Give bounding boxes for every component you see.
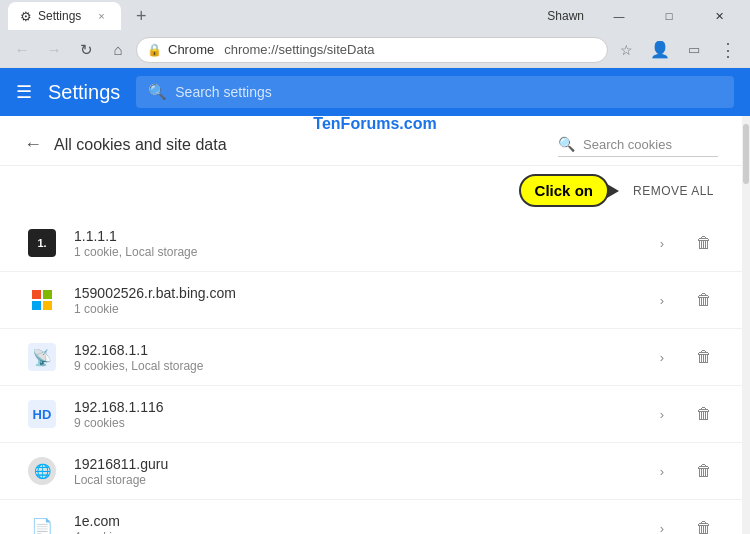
reload-button[interactable]: ↻ xyxy=(72,36,100,64)
cookie-expand-button[interactable]: › xyxy=(648,514,676,534)
page-title: All cookies and site data xyxy=(54,136,227,154)
cookie-expand-button[interactable]: › xyxy=(648,457,676,485)
more-button[interactable]: ⋮ xyxy=(714,36,742,64)
cookie-domain: 159002526.r.bat.bing.com xyxy=(74,285,634,301)
cookie-delete-button[interactable]: 🗑 xyxy=(690,457,718,485)
forward-button[interactable]: → xyxy=(40,36,68,64)
address-site-label: Chrome xyxy=(168,42,214,57)
titlebar-left: ⚙ Settings × + xyxy=(8,2,155,30)
cookie-item: 🌐 19216811.guru Local storage › 🗑 xyxy=(0,443,742,500)
scrollbar-thumb[interactable] xyxy=(743,124,749,184)
router-icon: 📡 xyxy=(32,348,52,367)
cookie-meta: 4 cookies xyxy=(74,530,634,535)
addressbar: ← → ↻ ⌂ 🔒 Chrome chrome://settings/siteD… xyxy=(0,32,750,68)
address-url: chrome://settings/siteData xyxy=(224,42,374,57)
cookie-domain: 192.168.1.1 xyxy=(74,342,634,358)
cookie-delete-button[interactable]: 🗑 xyxy=(690,514,718,534)
cookie-item: 📄 1e.com 4 cookies › 🗑 xyxy=(0,500,742,534)
cookie-favicon: 1. xyxy=(24,225,60,261)
cookie-item: 159002526.r.bat.bing.com 1 cookie › 🗑 xyxy=(0,272,742,329)
cookie-domain: 1.1.1.1 xyxy=(74,228,634,244)
page-back-button[interactable]: ← xyxy=(24,134,42,155)
address-actions: ☆ 👤 ▭ ⋮ xyxy=(612,36,742,64)
click-on-callout: Click on xyxy=(519,174,609,207)
hd-icon: HD xyxy=(33,407,52,422)
click-on-label: Click on xyxy=(535,182,593,199)
search-cookies-icon: 🔍 xyxy=(558,136,575,152)
cookie-info: 19216811.guru Local storage xyxy=(74,456,634,487)
cookie-meta: 1 cookie xyxy=(74,302,634,316)
cookie-domain: 192.168.1.116 xyxy=(74,399,634,415)
content-area: ← All cookies and site data 🔍 Search coo… xyxy=(0,116,750,534)
cookie-delete-button[interactable]: 🗑 xyxy=(690,286,718,314)
cookie-meta: 9 cookies xyxy=(74,416,634,430)
address-box[interactable]: 🔒 Chrome chrome://settings/siteData xyxy=(136,37,608,63)
cookie-delete-button[interactable]: 🗑 xyxy=(690,229,718,257)
cookie-item: 1. 1.1.1.1 1 cookie, Local storage › 🗑 xyxy=(0,215,742,272)
cookie-domain: 19216811.guru xyxy=(74,456,634,472)
header-search[interactable]: 🔍 Search settings xyxy=(136,76,734,108)
minimize-button[interactable]: — xyxy=(596,0,642,32)
back-button[interactable]: ← xyxy=(8,36,36,64)
globe-icon: 🌐 xyxy=(28,457,56,485)
cookie-expand-button[interactable]: › xyxy=(648,400,676,428)
cookie-meta: Local storage xyxy=(74,473,634,487)
cookie-info: 192.168.1.116 9 cookies xyxy=(74,399,634,430)
cookie-favicon xyxy=(24,282,60,318)
cookie-meta: 9 cookies, Local storage xyxy=(74,359,634,373)
tab-favicon: ⚙ xyxy=(20,9,32,24)
cookie-item: 📡 192.168.1.1 9 cookies, Local storage ›… xyxy=(0,329,742,386)
cookie-info: 192.168.1.1 9 cookies, Local storage xyxy=(74,342,634,373)
search-placeholder: Search settings xyxy=(175,84,272,100)
cookie-favicon: 📡 xyxy=(24,339,60,375)
cookie-expand-button[interactable]: › xyxy=(648,343,676,371)
avatar-button[interactable]: 👤 xyxy=(646,36,674,64)
cookie-meta: 1 cookie, Local storage xyxy=(74,245,634,259)
close-button[interactable]: ✕ xyxy=(696,0,742,32)
cookie-favicon: HD xyxy=(24,396,60,432)
cookie-list: 1. 1.1.1.1 1 cookie, Local storage › 🗑 xyxy=(0,215,742,534)
page-header-left: ← All cookies and site data xyxy=(24,134,227,155)
cookie-expand-button[interactable]: › xyxy=(648,286,676,314)
cookie-domain: 1e.com xyxy=(74,513,634,529)
cast-button[interactable]: ▭ xyxy=(680,36,708,64)
page-header: ← All cookies and site data 🔍 Search coo… xyxy=(0,116,742,166)
cookie-favicon: 🌐 xyxy=(24,453,60,489)
titlebar-right: Shawn — □ ✕ xyxy=(539,0,742,32)
site-security-icon: 🔒 xyxy=(147,43,162,57)
main-panel: ← All cookies and site data 🔍 Search coo… xyxy=(0,116,742,534)
cookie-info: 1.1.1.1 1 cookie, Local storage xyxy=(74,228,634,259)
cookie-delete-button[interactable]: 🗑 xyxy=(690,343,718,371)
header-title: Settings xyxy=(48,81,120,104)
file-icon: 📄 xyxy=(28,514,56,534)
tab-title: Settings xyxy=(38,9,81,23)
new-tab-button[interactable]: + xyxy=(127,2,155,30)
hamburger-icon[interactable]: ☰ xyxy=(16,81,32,103)
home-button[interactable]: ⌂ xyxy=(104,36,132,64)
remove-all-row: Click on REMOVE ALL xyxy=(0,166,742,215)
scrollbar[interactable] xyxy=(742,116,750,534)
titlebar: ⚙ Settings × + Shawn — □ ✕ xyxy=(0,0,750,32)
active-tab[interactable]: ⚙ Settings × xyxy=(8,2,121,30)
search-icon: 🔍 xyxy=(148,83,167,101)
tab-close-button[interactable]: × xyxy=(93,8,109,24)
cookie-delete-button[interactable]: 🗑 xyxy=(690,400,718,428)
maximize-button[interactable]: □ xyxy=(646,0,692,32)
cookie-info: 159002526.r.bat.bing.com 1 cookie xyxy=(74,285,634,316)
cookie-info: 1e.com 4 cookies xyxy=(74,513,634,535)
search-cookies-placeholder: Search cookies xyxy=(583,137,672,152)
cookie-item: HD 192.168.1.116 9 cookies › 🗑 xyxy=(0,386,742,443)
user-name: Shawn xyxy=(539,9,592,23)
chrome-header: ☰ Settings 🔍 Search settings xyxy=(0,68,750,116)
search-cookies-box[interactable]: 🔍 Search cookies xyxy=(558,132,718,157)
bing-icon xyxy=(32,290,52,310)
cookie-expand-button[interactable]: › xyxy=(648,229,676,257)
bookmark-button[interactable]: ☆ xyxy=(612,36,640,64)
remove-all-button[interactable]: REMOVE ALL xyxy=(633,184,714,198)
cookie-favicon: 📄 xyxy=(24,510,60,534)
